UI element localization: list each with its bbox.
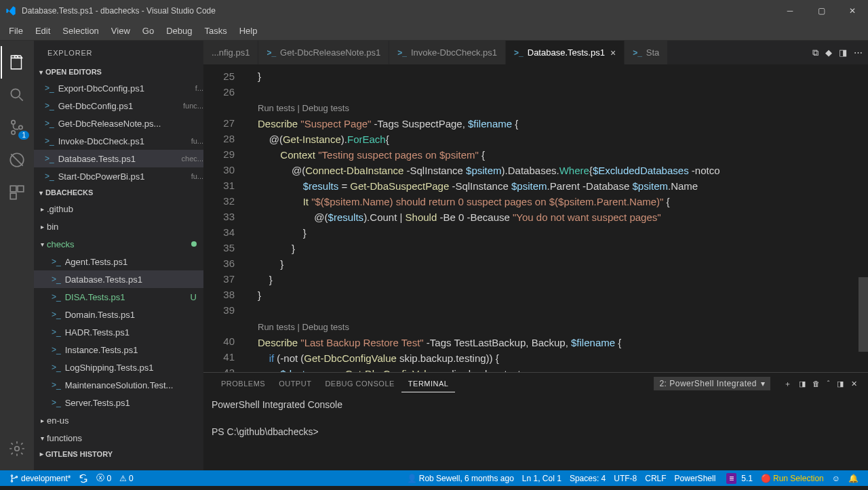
open-editor-item[interactable]: >_Database.Tests.ps1chec... — [34, 150, 203, 167]
search-view-icon[interactable] — [1, 79, 33, 111]
editor-tab[interactable]: >_Sta — [625, 41, 668, 64]
status-encoding[interactable]: UTF-8 — [610, 474, 641, 483]
debug-view-icon[interactable] — [1, 144, 33, 176]
menu-selection[interactable]: Selection — [56, 23, 104, 39]
new-terminal-icon[interactable]: ＋ — [784, 379, 792, 389]
powershell-file-icon: >_ — [52, 327, 61, 337]
status-errors[interactable]: ⓧ 0 — [92, 472, 115, 484]
compare-icon[interactable]: ⧉ — [812, 47, 818, 58]
menu-help[interactable]: Help — [233, 23, 264, 39]
panel-tab-debug-console[interactable]: DEBUG CONSOLE — [318, 375, 401, 392]
split-editor-icon[interactable]: ◨ — [839, 47, 847, 58]
explorer-sidebar: EXPLORER ▾OPEN EDITORS >_Export-DbcConfi… — [34, 41, 203, 470]
powershell-file-icon: >_ — [52, 257, 61, 266]
scm-badge: 1 — [18, 131, 29, 140]
gitlens-header[interactable]: ▾GITLENS HISTORY — [34, 447, 203, 462]
file-item[interactable]: >_Server.Tests.ps1 — [34, 394, 203, 411]
menu-debug[interactable]: Debug — [160, 23, 198, 39]
panel-up-icon[interactable]: ˆ — [827, 380, 830, 388]
code-content[interactable]: } Run tests | Debug tests Describe "Susp… — [244, 65, 868, 372]
editor-tab[interactable]: ...nfig.ps1 — [203, 41, 258, 64]
open-editors-header[interactable]: ▾OPEN EDITORS — [34, 64, 203, 79]
open-editor-item[interactable]: >_Get-DbcConfig.ps1func... — [34, 97, 203, 115]
svg-point-10 — [11, 480, 12, 481]
sidebar-title: EXPLORER — [34, 41, 203, 64]
folder-item[interactable]: ▾functions — [34, 429, 203, 447]
powershell-file-icon: >_ — [45, 83, 54, 93]
open-editor-item[interactable]: >_Export-DbcConfig.ps1f... — [34, 79, 203, 97]
settings-gear-icon[interactable] — [1, 432, 33, 465]
open-editor-item[interactable]: >_Get-DbcReleaseNote.ps... — [34, 115, 203, 132]
folder-item[interactable]: ▸.github — [34, 200, 203, 218]
file-item[interactable]: >_HADR.Tests.ps1 — [34, 323, 203, 341]
status-sync[interactable] — [75, 474, 92, 483]
powershell-file-icon: >_ — [52, 310, 61, 319]
panel-tab-terminal[interactable]: TERMINAL — [401, 375, 456, 392]
file-item[interactable]: >_MaintenanceSolution.Test... — [34, 376, 203, 394]
status-feedback-icon[interactable]: ☺ — [828, 474, 844, 483]
powershell-file-icon: >_ — [52, 380, 61, 390]
status-eol[interactable]: CRLF — [641, 474, 670, 483]
powershell-file-icon: >_ — [45, 171, 54, 181]
project-header[interactable]: ▾DBACHECKS — [34, 185, 203, 200]
more-actions-icon[interactable]: ⋯ — [854, 47, 863, 58]
menu-edit[interactable]: Edit — [29, 23, 56, 39]
open-editor-item[interactable]: >_Invoke-DbcCheck.ps1fu... — [34, 132, 203, 150]
menu-view[interactable]: View — [105, 23, 136, 39]
tag-icon[interactable]: ◆ — [825, 47, 832, 58]
open-editor-item[interactable]: >_Start-DbcPowerBi.ps1fu... — [34, 167, 203, 185]
activity-bar: 1 — [0, 41, 34, 470]
file-item[interactable]: >_Instance.Tests.ps1 — [34, 341, 203, 359]
status-ext[interactable]: ≡5.1 — [719, 473, 757, 484]
scrollbar-thumb[interactable] — [859, 277, 868, 352]
scm-view-icon[interactable]: 1 — [1, 111, 33, 144]
powershell-file-icon: >_ — [52, 345, 61, 354]
status-spaces[interactable]: Spaces: 4 — [566, 474, 610, 483]
terminal-header-line: PowerShell Integrated Console — [212, 397, 860, 412]
maximize-button[interactable]: ▢ — [806, 0, 837, 22]
code-editor[interactable]: 2526 27282930313233343536373839 40414243… — [203, 65, 868, 372]
status-bell-icon[interactable]: 🔔 — [844, 474, 863, 483]
explorer-view-icon[interactable] — [1, 46, 33, 79]
menu-file[interactable]: File — [3, 23, 29, 39]
file-item[interactable]: >_Domain.Tests.ps1 — [34, 306, 203, 323]
kill-terminal-icon[interactable]: 🗑 — [812, 380, 821, 388]
status-cursor[interactable]: Ln 1, Col 1 — [518, 474, 566, 483]
chevron-icon: ▾ — [41, 434, 44, 442]
file-item[interactable]: >_LogShipping.Tests.ps1 — [34, 359, 203, 376]
menu-go[interactable]: Go — [136, 23, 160, 39]
editor-tab[interactable]: >_Database.Tests.ps1× — [506, 41, 625, 64]
powershell-file-icon: >_ — [45, 136, 54, 146]
terminal-body[interactable]: PowerShell Integrated Console PS C:\gith… — [203, 394, 868, 470]
close-panel-icon[interactable]: ✕ — [851, 380, 858, 388]
panel-tab-problems[interactable]: PROBLEMS — [214, 375, 272, 392]
close-window-button[interactable]: ✕ — [837, 0, 868, 22]
folder-item[interactable]: ▾checks — [34, 235, 203, 253]
maximize-panel-icon[interactable]: ◨ — [837, 380, 844, 388]
powershell-file-icon: >_ — [45, 154, 54, 163]
editor-tab[interactable]: >_Get-DbcReleaseNote.ps1 — [258, 41, 389, 64]
file-item[interactable]: >_Agent.Tests.ps1 — [34, 253, 203, 270]
editor-tab[interactable]: >_Invoke-DbcCheck.ps1 — [389, 41, 506, 64]
file-item[interactable]: >_Database.Tests.ps1 — [34, 270, 203, 288]
status-blame[interactable]: 👤 Rob Sewell, 6 months ago — [403, 474, 518, 483]
status-branch[interactable]: development* — [5, 474, 75, 483]
status-run-selection[interactable]: 🔴 Run Selection — [757, 474, 828, 483]
status-language[interactable]: PowerShell — [671, 474, 720, 483]
file-item[interactable]: >_DISA.Tests.ps1U — [34, 288, 203, 306]
folder-item[interactable]: ▸en-us — [34, 411, 203, 429]
terminal-selector[interactable]: 2: PowerShell Integrated ▾ — [654, 377, 770, 390]
split-terminal-icon[interactable]: ◨ — [799, 380, 806, 388]
close-tab-icon[interactable]: × — [610, 47, 616, 58]
status-warnings[interactable]: ⚠ 0 — [115, 474, 138, 483]
chevron-icon: ▸ — [41, 223, 44, 230]
panel-tabs: PROBLEMSOUTPUTDEBUG CONSOLETERMINAL2: Po… — [203, 373, 868, 394]
panel-tab-output[interactable]: OUTPUT — [272, 375, 318, 392]
powershell-file-icon: >_ — [267, 48, 276, 58]
powershell-file-icon: >_ — [52, 363, 61, 372]
folder-item[interactable]: ▸bin — [34, 218, 203, 235]
minimize-button[interactable]: ─ — [774, 0, 806, 22]
extensions-view-icon[interactable] — [1, 176, 33, 209]
menu-tasks[interactable]: Tasks — [198, 23, 233, 39]
status-bar: development* ⓧ 0 ⚠ 0 👤 Rob Sewell, 6 mon… — [0, 470, 868, 486]
